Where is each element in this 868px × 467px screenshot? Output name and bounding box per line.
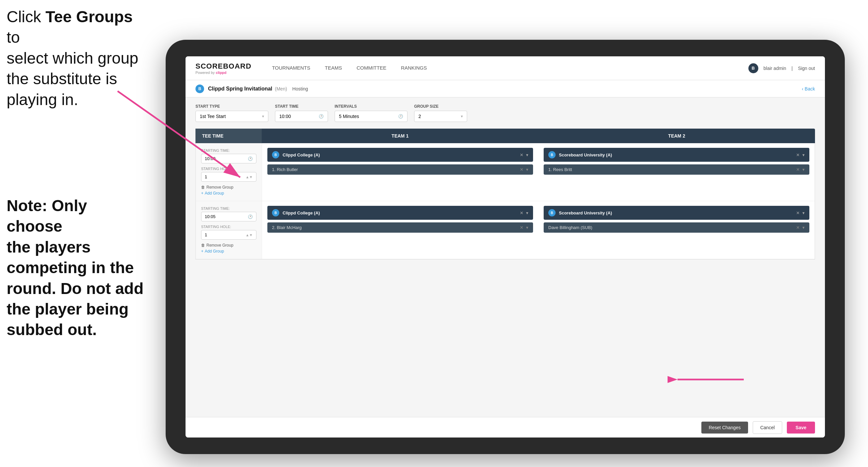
nav-separator: | — [792, 66, 793, 71]
starting-time-label-2: STARTING TIME: — [201, 206, 256, 210]
group-1-team1-actions: ✕ ▾ — [520, 152, 528, 157]
nav-committee[interactable]: COMMITTEE — [349, 56, 394, 80]
start-type-label: Start Type — [195, 104, 268, 109]
add-icon-1: + — [201, 191, 204, 196]
group-size-input[interactable]: 2 ▾ — [414, 111, 467, 122]
back-button[interactable]: ‹ Back — [802, 86, 815, 91]
group-1-team2-actions: ✕ ▾ — [796, 152, 805, 157]
footer-bar: Reset Changes Cancel Save — [186, 417, 825, 438]
navbar: SCOREBOARD Powered by clippd TOURNAMENTS… — [186, 56, 825, 80]
note-text: Note: Only choose the players competing … — [7, 196, 146, 341]
nav-tournaments[interactable]: TOURNAMENTS — [265, 56, 318, 80]
group-1-hole-input[interactable]: 1 ▲▼ — [201, 172, 256, 182]
group-size-label: Group Size — [414, 104, 467, 109]
intervals-group: Intervals 5 Minutes 🕐 — [335, 104, 407, 122]
group-1-time-icon: 🕐 — [248, 156, 253, 161]
group-1-player2-name: 1. Rees Britt — [548, 167, 572, 172]
starting-hole-label-1: STARTING HOLE: — [201, 167, 256, 171]
group-2-hole-arrows: ▲▼ — [246, 233, 253, 237]
starting-hole-label-2: STARTING HOLE: — [201, 225, 256, 229]
group-1-team2-name: B Scoreboard University (A) — [548, 151, 612, 158]
g2-player1-remove-icon[interactable]: ✕ — [520, 225, 523, 230]
start-type-value: 1st Tee Start — [200, 114, 226, 119]
group-2-player2-name: Dave Billingham (SUB) — [548, 225, 592, 230]
start-time-input[interactable]: 10:00 🕐 — [275, 111, 328, 122]
group-2-time-input[interactable]: 10:05 🕐 — [201, 212, 256, 222]
remove-group-btn-1[interactable]: 🗑 Remove Group — [201, 185, 256, 189]
save-button[interactable]: Save — [787, 421, 815, 434]
tee-groups-bold: Tee Groups — [45, 8, 132, 26]
g2-player2-expand-icon[interactable]: ▾ — [802, 225, 805, 230]
nav-items: TOURNAMENTS TEAMS COMMITTEE RANKINGS — [265, 56, 748, 80]
nav-teams[interactable]: TEAMS — [317, 56, 349, 80]
g2-player1-expand-icon[interactable]: ▾ — [526, 225, 528, 230]
group-1-time-input[interactable]: 10:00 🕐 — [201, 154, 256, 164]
group-1-hole-value: 1 — [205, 174, 207, 179]
group-1-team2-card[interactable]: B Scoreboard University (A) ✕ ▾ — [544, 148, 809, 162]
cancel-button[interactable]: Cancel — [753, 421, 782, 434]
remove-group-label-2: Remove Group — [207, 243, 233, 247]
player1-expand-icon[interactable]: ▾ — [526, 167, 528, 172]
group-1-player2: 1. Rees Britt ✕ ▾ — [544, 165, 809, 175]
team1-col-header: Team 1 — [262, 133, 538, 139]
intervals-value: 5 Minutes — [339, 114, 359, 119]
group-row-2: STARTING TIME: 10:05 🕐 STARTING HOLE: 1 … — [196, 201, 815, 259]
add-group-btn-1[interactable]: + Add Group — [201, 191, 256, 196]
team1-remove-icon[interactable]: ✕ — [520, 152, 523, 157]
player2-expand-icon[interactable]: ▾ — [802, 167, 805, 172]
logo-scoreboard: SCOREBOARD — [195, 62, 251, 70]
group-1-team2-icon: B — [548, 151, 556, 158]
add-icon-2: + — [201, 249, 204, 254]
group-2-team1-actions: ✕ ▾ — [520, 210, 528, 215]
player1-remove-icon[interactable]: ✕ — [520, 167, 523, 172]
group-1-team1: B Clippd College (A) ✕ ▾ 1. Rich Butler — [262, 143, 538, 201]
content-area: Start Type 1st Tee Start ▾ Start Time 10… — [186, 97, 825, 417]
tablet-screen: SCOREBOARD Powered by clippd TOURNAMENTS… — [186, 56, 825, 438]
group-2-team1-name: B Clippd College (A) — [272, 209, 320, 216]
team2-col-header: Team 2 — [538, 133, 815, 139]
group-2-team1-card[interactable]: B Clippd College (A) ✕ ▾ — [267, 206, 533, 220]
group-2-player1-actions: ✕ ▾ — [520, 225, 528, 230]
remove-group-btn-2[interactable]: 🗑 Remove Group — [201, 243, 256, 247]
tee-time-col-header: Tee Time — [195, 128, 262, 143]
starting-time-label-1: STARTING TIME: — [201, 148, 256, 152]
g2-team1-expand-icon[interactable]: ▾ — [526, 210, 528, 215]
nav-right: B blair admin | Sign out — [748, 63, 815, 73]
settings-row: Start Type 1st Tee Start ▾ Start Time 10… — [195, 104, 815, 122]
sign-out-link[interactable]: Sign out — [798, 66, 815, 71]
tournament-name: Clippd Spring Invitational — [208, 86, 272, 92]
group-2-hole-input[interactable]: 1 ▲▼ — [201, 230, 256, 240]
group-2-team2-icon: B — [548, 209, 556, 216]
group-size-value: 2 — [418, 114, 421, 119]
intervals-label: Intervals — [335, 104, 407, 109]
group-1-left: STARTING TIME: 10:00 🕐 STARTING HOLE: 1 … — [196, 143, 262, 201]
group-1-team1-card[interactable]: B Clippd College (A) ✕ ▾ — [267, 148, 533, 162]
team1-expand-icon[interactable]: ▾ — [526, 152, 528, 157]
intervals-input[interactable]: 5 Minutes 🕐 — [335, 111, 407, 122]
start-time-value: 10:00 — [279, 114, 291, 119]
g2-team1-remove-icon[interactable]: ✕ — [520, 210, 523, 215]
team2-expand-icon[interactable]: ▾ — [802, 152, 805, 157]
add-group-label-2: Add Group — [205, 249, 224, 254]
group-size-group: Group Size 2 ▾ — [414, 104, 467, 122]
group-1-time-value: 10:00 — [205, 156, 216, 161]
tournament-gender: (Men) — [275, 86, 287, 91]
g2-team2-remove-icon[interactable]: ✕ — [796, 210, 800, 215]
group-2-team2-name: B Scoreboard University (A) — [548, 209, 612, 216]
g2-team2-expand-icon[interactable]: ▾ — [802, 210, 805, 215]
start-type-input[interactable]: 1st Tee Start ▾ — [195, 111, 268, 122]
g2-player2-remove-icon[interactable]: ✕ — [796, 225, 800, 230]
add-group-label-1: Add Group — [205, 191, 224, 196]
tablet-device: SCOREBOARD Powered by clippd TOURNAMENTS… — [166, 40, 845, 454]
group-2-player1-name: 2. Blair McHarg — [272, 225, 302, 230]
team2-remove-icon[interactable]: ✕ — [796, 152, 800, 157]
add-group-btn-2[interactable]: + Add Group — [201, 249, 256, 254]
hosting-badge: Hosting — [292, 86, 308, 91]
nav-rankings[interactable]: RANKINGS — [394, 56, 434, 80]
group-2-player2: Dave Billingham (SUB) ✕ ▾ — [544, 223, 809, 233]
group-2-team2: B Scoreboard University (A) ✕ ▾ Dave Bil… — [538, 201, 815, 259]
groups-container: STARTING TIME: 10:00 🕐 STARTING HOLE: 1 … — [195, 143, 815, 260]
group-2-team2-card[interactable]: B Scoreboard University (A) ✕ ▾ — [544, 206, 809, 220]
player2-remove-icon[interactable]: ✕ — [796, 167, 800, 172]
reset-changes-button[interactable]: Reset Changes — [701, 421, 748, 434]
